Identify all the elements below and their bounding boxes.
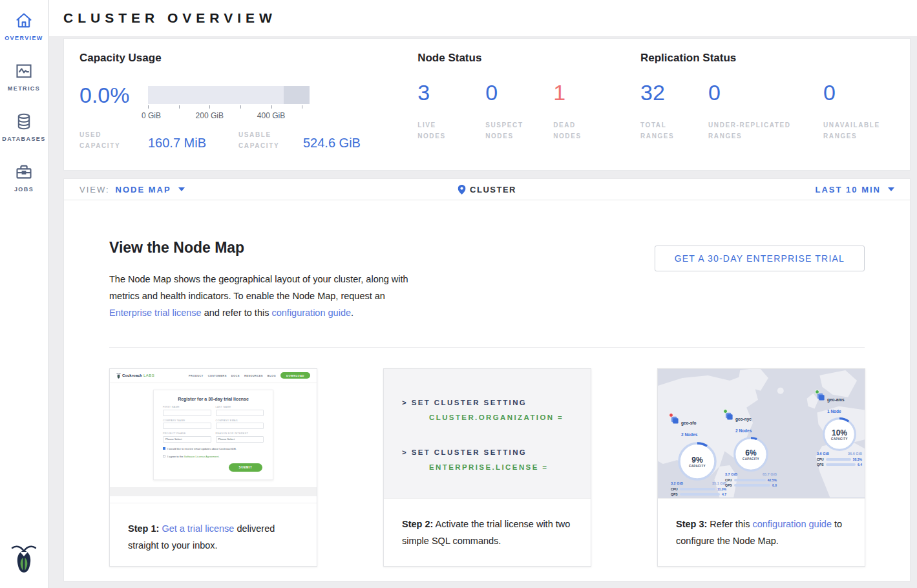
- node-map-description: The Node Map shows the geographical layo…: [109, 271, 418, 321]
- scope-label: CLUSTER: [470, 185, 516, 194]
- mini-field-label: COMPANY EMAIL: [216, 419, 264, 422]
- database-icon: [14, 112, 34, 131]
- software-license-agreement-link[interactable]: Software License Agreement.: [184, 455, 220, 458]
- email-updates-checkbox[interactable]: [163, 447, 165, 450]
- cpu-label: CPU: [725, 478, 732, 482]
- mini-field-label: LAST NAME: [216, 406, 264, 408]
- sql-commands-snippet: > SET CLUSTER SETTING CLUSTER.ORGANIZATI…: [384, 369, 591, 498]
- capacity-bar: 0 GiB 200 GiB 400 GiB: [148, 86, 310, 120]
- dead-nodes-label: DEADNODES: [553, 120, 613, 142]
- suspect-nodes-value: 0: [485, 80, 553, 105]
- mini-submit-button[interactable]: SUBMIT: [229, 463, 262, 472]
- trial-registration-form: Register for a 30-day trial license FIRS…: [153, 390, 273, 480]
- live-node-badge: [723, 409, 728, 414]
- usable-capacity-value: 524.6 GiB: [303, 136, 361, 151]
- get-trial-license-link[interactable]: Get a trial license: [162, 523, 234, 534]
- license-agreement-checkbox[interactable]: [163, 455, 165, 457]
- company-name-input[interactable]: [163, 423, 211, 429]
- node-locality-marker[interactable]: geo-sfo2 Nodes 9% CAPACITY 3.2 GiB35.1 G…: [671, 415, 726, 496]
- total-ranges-label: TOTALRANGES: [640, 120, 700, 142]
- capacity-tick-0: 0 GiB: [142, 111, 161, 120]
- mini-field-label: COMPANY NAME: [163, 419, 211, 422]
- sidebar-item-databases[interactable]: DATABASES: [0, 101, 48, 151]
- view-value: NODE MAP: [116, 185, 171, 194]
- qps-value: 4.7: [722, 492, 726, 496]
- usable-capacity-label: USABLECAPACITY: [238, 129, 303, 151]
- capacity-tick-400: 400 GiB: [257, 111, 285, 120]
- location-pin-icon: [458, 185, 465, 194]
- dead-node-badge: [669, 413, 673, 417]
- description-text: and refer to this: [202, 308, 272, 318]
- home-icon: [14, 12, 34, 30]
- sidebar-item-jobs[interactable]: JOBS: [0, 151, 48, 202]
- cpu-bar: [734, 479, 766, 481]
- scope-breadcrumb: CLUSTER: [458, 185, 516, 194]
- capacity-percent: 0.0%: [79, 83, 148, 120]
- under-replicated-ranges-value: 0: [708, 80, 823, 105]
- mini-field-label: REASON FOR INTEREST: [216, 432, 264, 435]
- qps-bar: [734, 484, 770, 487]
- step3-text: Refer this: [707, 519, 752, 529]
- qps-label: QPS: [817, 463, 824, 467]
- logo-text: Cockroach: [122, 373, 142, 377]
- enterprise-trial-license-link[interactable]: Enterprise trial license: [109, 308, 202, 318]
- locality-node-count: 2 Nodes: [681, 432, 697, 437]
- mini-nav-customers[interactable]: CUSTOMERS: [208, 374, 227, 377]
- step3-caption: Step 3: Refer this configuration guide t…: [658, 498, 865, 566]
- replication-status-title: Replication Status: [640, 52, 894, 65]
- suspect-nodes-label: SUSPECTNODES: [485, 120, 545, 142]
- cpu-label: CPU: [817, 457, 824, 461]
- locality-node-count: 2 Nodes: [735, 428, 752, 433]
- qps-value: 0.0: [772, 483, 777, 487]
- locality-name: geo-sfo: [681, 421, 696, 425]
- reason-for-interest-select[interactable]: Please Select: [216, 436, 264, 443]
- node-locality-marker[interactable]: geo-nyc2 Nodes 6% CAPACITY 3.7 GiB65.7 G…: [725, 412, 777, 487]
- cockroachdb-logo: [11, 544, 37, 576]
- cpu-bar: [680, 488, 716, 490]
- project-phase-select[interactable]: Please Select: [163, 436, 211, 443]
- capacity-bar-reserved-segment: [284, 86, 310, 104]
- cpu-label: CPU: [671, 487, 678, 491]
- unavailable-ranges-value: 0: [823, 80, 894, 105]
- step2-card: > SET CLUSTER SETTING CLUSTER.ORGANIZATI…: [383, 368, 591, 567]
- qps-label: QPS: [671, 492, 678, 496]
- live-nodes-label: LIVENODES: [417, 120, 477, 142]
- node-locality-marker[interactable]: geo-ams1 Node 10% CAPACITY 3.6 GiB36.6 G…: [817, 392, 862, 467]
- total-capacity: 65.7 GiB: [763, 472, 777, 476]
- step2-caption: Step 2: Activate the trial license with …: [384, 498, 591, 566]
- time-range-selector[interactable]: LAST 10 MIN: [816, 185, 894, 194]
- first-name-input[interactable]: [163, 410, 211, 416]
- mini-nav-product[interactable]: PRODUCT: [189, 374, 204, 377]
- view-bar: VIEW: NODE MAP CLUSTER LAST 10 MIN: [63, 178, 911, 200]
- step3-card: geo-sfo2 Nodes 9% CAPACITY 3.2 GiB35.1 G…: [657, 368, 865, 567]
- sidebar-item-overview[interactable]: OVERVIEW: [0, 0, 48, 50]
- mini-nav-docs[interactable]: DOCS: [231, 374, 240, 377]
- view-selector[interactable]: VIEW: NODE MAP: [79, 185, 185, 194]
- mini-nav-resources[interactable]: RESOURCES: [244, 374, 263, 377]
- mini-download-button[interactable]: DOWNLOAD: [280, 372, 310, 379]
- title-band: CLUSTER OVERVIEW: [49, 0, 917, 36]
- code-arg-2: ENTERPRISE.LICENSE =: [429, 463, 591, 471]
- cpu-value: 58.3%: [853, 457, 862, 461]
- sidebar-item-metrics[interactable]: METRICS: [0, 50, 48, 101]
- step1-caption: Step 1: Get a trial license delivered st…: [110, 503, 317, 566]
- live-nodes-value: 3: [417, 80, 485, 105]
- last-name-input[interactable]: [216, 410, 264, 416]
- unavailable-ranges-label: UNAVAILABLERANGES: [823, 120, 894, 142]
- mini-nav-blog[interactable]: BLOG: [268, 374, 276, 377]
- sidebar-item-label: METRICS: [8, 85, 40, 92]
- live-node-badge: [815, 390, 819, 394]
- locality-name: geo-ams: [827, 397, 845, 402]
- configuration-guide-link[interactable]: configuration guide: [752, 519, 832, 529]
- configuration-guide-link[interactable]: configuration guide: [271, 308, 351, 318]
- email-updates-label: I would like to receive email updates ab…: [167, 447, 237, 450]
- logo-suffix: LABS: [143, 373, 154, 377]
- code-arg-1: CLUSTER.ORGANIZATION =: [429, 414, 591, 421]
- replication-status-section: Replication Status 32 TOTALRANGES 0 UNDE…: [640, 52, 894, 170]
- company-email-input[interactable]: [216, 423, 264, 429]
- step1-card: Cockroach LABS PRODUCT CUSTOMERS DOCS RE…: [109, 368, 317, 567]
- mini-form-title: Register for a 30-day trial license: [163, 397, 264, 401]
- capacity-tick-200: 200 GiB: [196, 111, 224, 120]
- enterprise-trial-button[interactable]: GET A 30-DAY ENTERPRISE TRIAL: [655, 246, 865, 271]
- step3-label: Step 3:: [676, 519, 707, 529]
